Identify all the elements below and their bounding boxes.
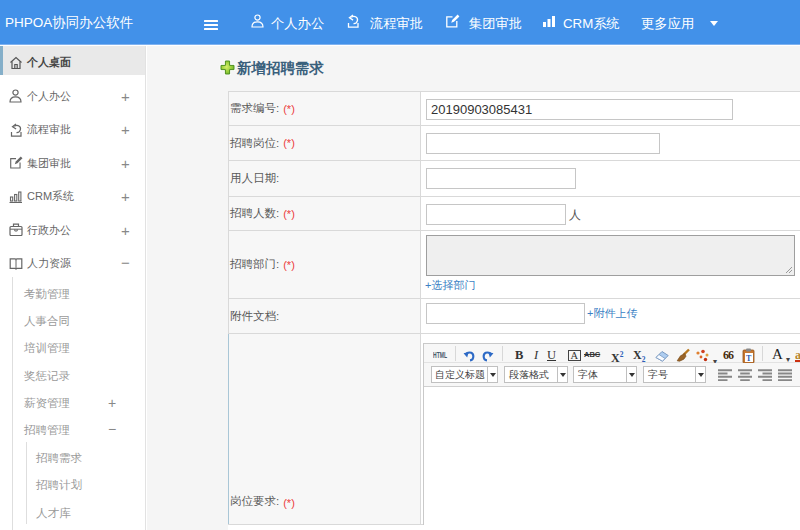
- svg-text:T: T: [746, 354, 752, 363]
- svg-text:a: a: [795, 348, 800, 362]
